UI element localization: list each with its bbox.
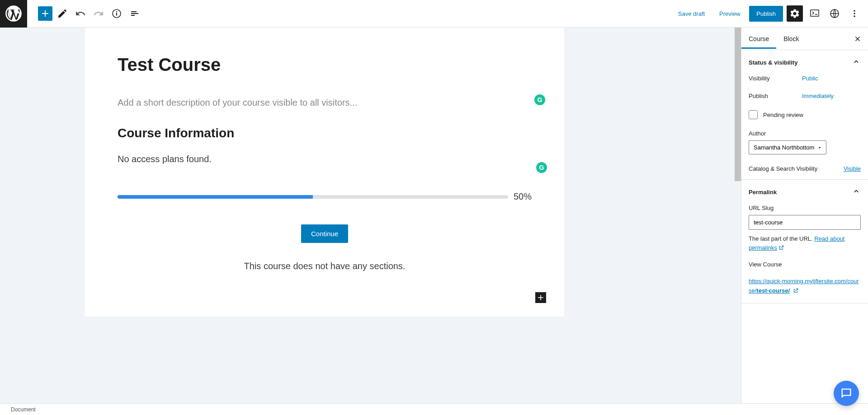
sidebar-tabs: Course Block: [741, 28, 868, 50]
more-button[interactable]: [846, 5, 863, 22]
course-url: https://quick-morning.myliftersite.com/c…: [749, 277, 861, 296]
author-select[interactable]: Samantha Northbottom: [749, 140, 826, 154]
edit-mode-button[interactable]: [54, 5, 71, 22]
external-link-icon: [778, 245, 784, 251]
grammarly-icon[interactable]: G: [536, 162, 547, 173]
globe-icon: [829, 8, 840, 19]
outline-button[interactable]: [127, 5, 143, 22]
publish-button[interactable]: Publish: [749, 6, 783, 22]
slug-input[interactable]: [749, 215, 861, 230]
description-placeholder[interactable]: Add a short description of your course v…: [118, 98, 532, 108]
course-url-link[interactable]: https://quick-morning.myliftersite.com/c…: [749, 278, 859, 294]
no-sections-text: This course does not have any sections.: [118, 261, 532, 271]
gear-icon: [789, 8, 800, 19]
course-title[interactable]: Test Course: [118, 55, 532, 75]
help-fab[interactable]: [834, 381, 859, 406]
plus-icon: [40, 8, 51, 19]
editor-content: Test Course G Add a short description of…: [85, 28, 564, 317]
plus-icon: [536, 293, 545, 302]
status-panel-header[interactable]: Status & visibility: [741, 50, 868, 75]
permalink-panel-header[interactable]: Permalink: [741, 180, 868, 205]
lifter-button[interactable]: [807, 5, 823, 22]
svg-rect-3: [116, 13, 117, 16]
continue-button[interactable]: Continue: [301, 224, 348, 243]
tab-course[interactable]: Course: [741, 29, 776, 49]
catalog-row: Catalog & Search Visibility Visible: [749, 165, 861, 172]
visibility-label: Visibility: [749, 75, 802, 82]
preview-button[interactable]: Preview: [714, 7, 745, 21]
main-area: Test Course G Add a short description of…: [0, 28, 868, 403]
top-left-controls: [0, 0, 144, 27]
publish-label: Publish: [749, 93, 802, 99]
chevron-up-icon: [852, 57, 861, 68]
continue-wrap: Continue: [118, 224, 532, 243]
author-label: Author: [749, 130, 861, 137]
publish-row: Publish Immediately: [749, 93, 861, 99]
permalink-panel: Permalink URL Slug The last part of the …: [741, 180, 868, 303]
svg-rect-4: [811, 10, 819, 16]
undo-icon: [75, 8, 86, 19]
redo-button[interactable]: [90, 5, 107, 22]
save-draft-button[interactable]: Save draft: [673, 7, 710, 21]
svg-point-2: [116, 11, 117, 12]
info-icon: [111, 8, 122, 19]
status-panel-body: Visibility Public Publish Immediately Pe…: [741, 75, 868, 179]
grammarly-icon[interactable]: G: [534, 94, 545, 105]
chat-icon: [840, 387, 853, 400]
permalink-panel-title: Permalink: [749, 189, 777, 196]
svg-point-7: [854, 13, 855, 14]
bottom-status-bar: Document: [0, 403, 868, 415]
status-visibility-panel: Status & visibility Visibility Public Pu…: [741, 50, 868, 180]
catalog-value[interactable]: Visible: [844, 165, 861, 172]
permalink-panel-body: URL Slug The last part of the URL. Read …: [741, 205, 868, 303]
course-info-heading: Course Information: [118, 126, 532, 140]
pending-review-row: Pending review: [749, 110, 861, 119]
close-sidebar-button[interactable]: [851, 32, 864, 47]
pencil-icon: [57, 8, 68, 19]
slug-label: URL Slug: [749, 205, 861, 211]
visibility-row: Visibility Public: [749, 75, 861, 82]
svg-point-8: [854, 15, 855, 17]
list-icon: [129, 8, 140, 19]
lifter-icon: [809, 8, 820, 19]
dots-vertical-icon: [849, 8, 860, 19]
pending-review-label: Pending review: [763, 112, 803, 118]
editor-scrollbar[interactable]: [735, 28, 741, 181]
top-right-controls: Save draft Preview Publish: [673, 5, 868, 22]
progress-row: 50%: [118, 191, 532, 202]
pending-review-checkbox[interactable]: [749, 110, 758, 119]
svg-point-6: [854, 10, 855, 11]
settings-sidebar: Course Block Status & visibility Visibil…: [741, 28, 868, 403]
close-icon: [854, 35, 862, 43]
settings-button[interactable]: [787, 5, 803, 22]
slug-helper: The last part of the URL. Read about per…: [749, 234, 861, 252]
undo-button[interactable]: [72, 5, 89, 22]
breadcrumb-document[interactable]: Document: [11, 406, 36, 413]
catalog-label: Catalog & Search Visibility: [749, 165, 817, 172]
view-course-label: View Course: [749, 261, 861, 268]
visibility-value[interactable]: Public: [802, 75, 818, 82]
wordpress-icon: [5, 5, 22, 22]
wordpress-logo[interactable]: [0, 0, 27, 28]
status-panel-title: Status & visibility: [749, 59, 797, 66]
yoast-button[interactable]: [826, 5, 843, 22]
progress-fill: [118, 195, 313, 199]
tab-block[interactable]: Block: [776, 29, 806, 49]
redo-icon: [93, 8, 104, 19]
no-access-text: No access plans found.: [118, 154, 532, 164]
info-button[interactable]: [108, 5, 125, 22]
editor-top-bar: Save draft Preview Publish: [0, 0, 868, 28]
add-section-button[interactable]: [535, 292, 546, 303]
progress-percent: 50%: [514, 191, 532, 202]
progress-bar: [118, 195, 508, 199]
chevron-up-icon: [852, 187, 861, 197]
add-block-button[interactable]: [38, 6, 52, 21]
editor-canvas[interactable]: Test Course G Add a short description of…: [0, 28, 741, 403]
publish-value[interactable]: Immediately: [802, 93, 834, 99]
external-link-icon: [793, 288, 799, 294]
